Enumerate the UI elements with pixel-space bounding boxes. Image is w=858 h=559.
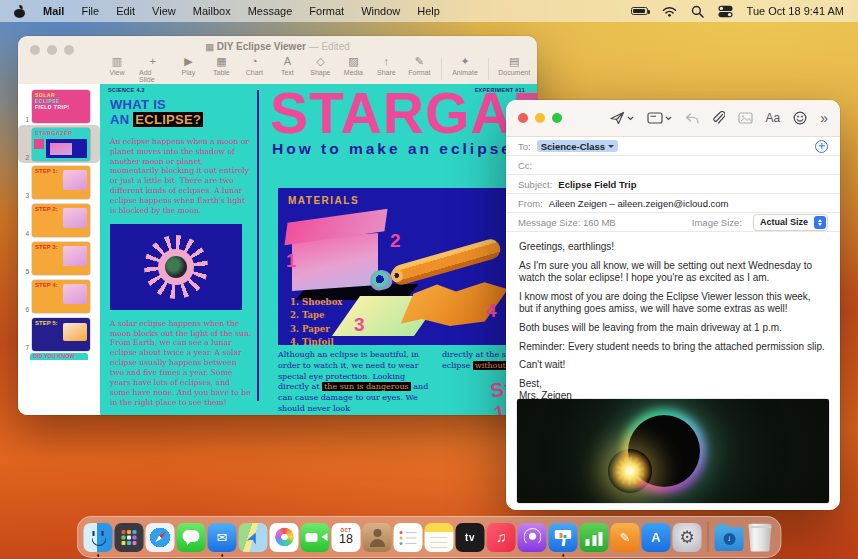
dock-trash[interactable]: [746, 523, 775, 552]
toolbar-text-button[interactable]: AText: [276, 55, 298, 76]
slide-thumbnail-6[interactable]: 6 STEP 4:: [18, 277, 100, 315]
toolbar-share-button[interactable]: ↑Share: [375, 55, 397, 76]
toolbar-play-button[interactable]: ▶Play: [177, 55, 199, 76]
image-size-label: Image Size:: [692, 217, 742, 228]
menu-help[interactable]: Help: [417, 5, 440, 17]
dock-maps[interactable]: [239, 523, 268, 552]
dock-reminders[interactable]: [394, 523, 423, 552]
dock-notes[interactable]: [425, 523, 454, 552]
header-fields-button[interactable]: [647, 112, 672, 124]
dock-safari[interactable]: [146, 523, 175, 552]
toolbar-animate-button[interactable]: ✦Animate: [453, 55, 476, 76]
menu-mailbox[interactable]: Mailbox: [193, 5, 231, 17]
spotlight-search-icon[interactable]: [691, 5, 704, 18]
toolbar-table-button[interactable]: ▦Table: [210, 55, 232, 76]
toolbar-format-button[interactable]: ✎Format: [408, 55, 430, 76]
message-body[interactable]: Greetings, earthlings! As I'm sure you a…: [506, 232, 840, 403]
slide-subtitle: How to make an eclipse viewer!: [272, 140, 537, 158]
slide-thumbnail-3[interactable]: 3 STEP 1:: [18, 163, 100, 201]
dock-facetime[interactable]: [301, 523, 330, 552]
close-button[interactable]: [518, 113, 528, 123]
recipient-token[interactable]: Science-Class: [537, 140, 618, 152]
menu-view[interactable]: View: [152, 5, 176, 17]
minimize-button[interactable]: [535, 113, 545, 123]
dock-numbers[interactable]: [580, 523, 609, 552]
paperclip-icon: [712, 111, 725, 125]
dock-system-settings[interactable]: ⚙: [673, 523, 702, 552]
body-paragraph: Greetings, earthlings!: [519, 241, 827, 254]
dock-divider: [708, 522, 709, 552]
from-field[interactable]: From: Aileen Zeigen – aileen.zeigen@iclo…: [506, 194, 840, 213]
materials-item: 2. Tape: [290, 309, 342, 322]
dock-mail[interactable]: ✉: [208, 523, 237, 552]
menu-app-name[interactable]: Mail: [43, 5, 64, 17]
battery-icon[interactable]: [631, 7, 648, 15]
dock-launchpad[interactable]: [115, 523, 144, 552]
slide-thumbnail-8-partial[interactable]: DID YOU KNOW: [30, 353, 88, 360]
size-row: Message Size: 160 MB Image Size: Actual …: [506, 213, 840, 232]
dock-podcasts[interactable]: [518, 523, 547, 552]
menu-format[interactable]: Format: [309, 5, 344, 17]
toolbar-chart-button[interactable]: ◔Chart: [243, 55, 265, 76]
menu-window[interactable]: Window: [361, 5, 400, 17]
keynote-titlebar: ▤DIY Eclipse Viewer — Edited ▥View +Add …: [18, 36, 537, 84]
edited-badge: — Edited: [309, 41, 350, 52]
format-icon: ✎: [415, 55, 424, 68]
format-text-button[interactable]: Aa: [766, 111, 781, 125]
wifi-icon[interactable]: [662, 6, 677, 17]
insert-photo-button[interactable]: [738, 112, 753, 124]
send-icon: [610, 111, 625, 125]
tv-label: tv: [465, 532, 475, 543]
send-button[interactable]: [610, 111, 634, 125]
mail-traffic-lights[interactable]: [518, 113, 562, 123]
control-center-icon[interactable]: [718, 5, 733, 18]
toolbar-view-button[interactable]: ▥View: [106, 55, 128, 76]
eclipse-paragraph-1: An eclipse happens when a moon or planet…: [110, 137, 252, 216]
zoom-button[interactable]: [552, 113, 562, 123]
keynote-toolbar: ▥View +Add Slide ▶Play ▦Table ◔Chart ATe…: [106, 55, 537, 83]
menu-bar-clock[interactable]: Tue Oct 18 9:41 AM: [747, 5, 844, 17]
mail-compose-window: Aa » To: Science-Class Cc: Subject: Ecli…: [506, 100, 840, 510]
menu-file[interactable]: File: [81, 5, 99, 17]
slide-thumbnail-1[interactable]: 1 SOLAR ECLIPSE FIELD TRIP!: [18, 87, 100, 125]
emoji-button[interactable]: [793, 111, 807, 125]
to-field[interactable]: To: Science-Class: [506, 137, 840, 156]
toolbar-overflow-chevron[interactable]: »: [820, 110, 828, 126]
dock-pages[interactable]: ✎: [611, 523, 640, 552]
slide-thumbnail-7[interactable]: 7 STEP 5:: [18, 315, 100, 353]
cc-field[interactable]: Cc:: [506, 156, 840, 175]
dock-app-store[interactable]: A: [642, 523, 671, 552]
open-indicator: [221, 554, 224, 557]
warning-paragraph-left: Although an eclipse is beautiful, in ord…: [278, 350, 432, 415]
image-size-select[interactable]: Actual Size: [753, 214, 828, 231]
dock-finder[interactable]: [84, 523, 113, 552]
dock-messages[interactable]: [177, 523, 206, 552]
dock-contacts[interactable]: [363, 523, 392, 552]
slide-thumbnail-5[interactable]: 5 STEP 3:: [18, 239, 100, 277]
slide-thumbnail-2-selected[interactable]: 2 STARGAZER: [18, 125, 100, 163]
dock-keynote[interactable]: [549, 523, 578, 552]
eclipse-photo-attachment[interactable]: [517, 399, 829, 503]
menu-edit[interactable]: Edit: [116, 5, 135, 17]
toolbar-media-button[interactable]: ▨Media: [342, 55, 364, 76]
apple-menu-icon[interactable]: [14, 5, 26, 18]
dock-photos[interactable]: [270, 523, 299, 552]
slide-thumbnail-4[interactable]: 4 STEP 2:: [18, 201, 100, 239]
dock-calendar[interactable]: OCT 18: [332, 523, 361, 552]
view-icon: ▥: [112, 55, 122, 68]
toolbar-shape-button[interactable]: ◇Shape: [309, 55, 331, 76]
add-recipient-button[interactable]: [815, 140, 828, 153]
dock-music[interactable]: ♫: [487, 523, 516, 552]
materials-item: 1. Shoebox: [290, 296, 342, 309]
dock-tv[interactable]: tv: [456, 523, 485, 552]
body-paragraph: Can't wait!: [519, 359, 827, 372]
attach-button[interactable]: [712, 111, 725, 125]
dock-downloads-folder[interactable]: [715, 527, 744, 551]
toolbar-add-slide-button[interactable]: +Add Slide: [139, 55, 166, 83]
subject-field[interactable]: Subject: Eclipse Field Trip: [506, 175, 840, 194]
reply-button[interactable]: [685, 113, 699, 124]
body-signoff: Best,: [519, 378, 827, 391]
toolbar-document-button[interactable]: ▤Document: [500, 55, 529, 76]
slide-canvas[interactable]: SCIENCE 4.2 EXPERIMENT #11 WHAT IS AN EC…: [100, 84, 537, 415]
menu-message[interactable]: Message: [248, 5, 293, 17]
